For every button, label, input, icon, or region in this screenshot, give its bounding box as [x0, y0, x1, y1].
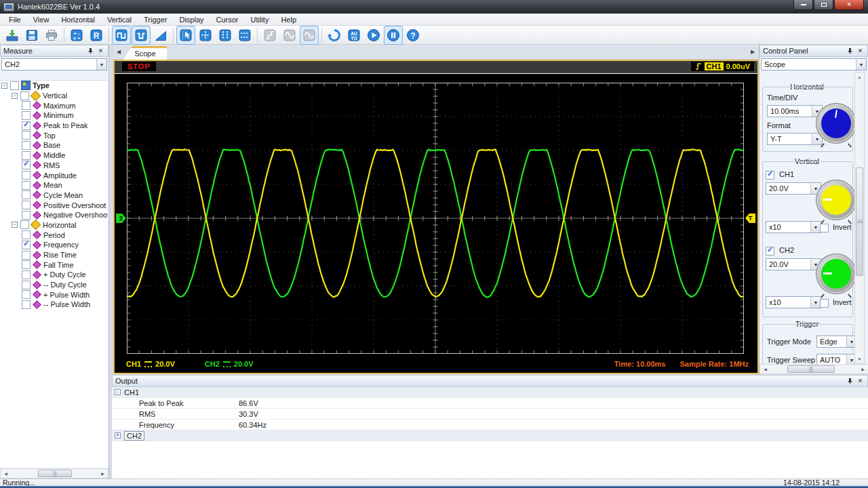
scroll-up-icon[interactable]: ▲: [854, 73, 865, 81]
tree-checkbox[interactable]: [22, 161, 31, 169]
panel-mode-select[interactable]: Scope ▼: [761, 58, 867, 70]
print-button[interactable]: [42, 26, 61, 45]
output-group-ch1[interactable]: -CH1: [112, 387, 868, 398]
close-button[interactable]: ✕: [834, 0, 864, 10]
tab-scroll-right-icon[interactable]: ▶: [749, 47, 757, 57]
ch1-enable-checkbox[interactable]: [766, 171, 774, 180]
tree-item-period[interactable]: Period: [0, 230, 108, 240]
tree-item-middle[interactable]: Middle: [0, 150, 108, 161]
scroll-left-icon[interactable]: ◀: [760, 365, 770, 373]
tree-item-cycle-mean[interactable]: Cycle Mean: [0, 190, 108, 201]
time-div-select[interactable]: 10.00ms▼: [767, 105, 823, 117]
tree-item-top[interactable]: Top: [0, 130, 108, 140]
ch2-scale-select[interactable]: 20.0V▼: [766, 258, 821, 270]
output-row-peak-to-peak[interactable]: Peak to Peak86.6V: [112, 398, 868, 409]
sine-wave-2-button[interactable]: [300, 26, 319, 45]
horizontal-cursor-button[interactable]: [235, 26, 254, 45]
close-icon[interactable]: ✕: [856, 377, 865, 386]
menu-view[interactable]: View: [27, 14, 56, 25]
tree-checkbox[interactable]: [20, 220, 29, 229]
tree-item-rms[interactable]: RMS: [0, 161, 108, 171]
start-button[interactable]: [364, 26, 383, 45]
tree-item--duty-cycle[interactable]: + Duty Cycle: [0, 270, 108, 280]
pin-icon[interactable]: [85, 47, 94, 56]
close-icon[interactable]: ✕: [96, 47, 105, 56]
collapse-icon[interactable]: -: [12, 93, 18, 99]
tab-scroll-left-icon[interactable]: ◀: [115, 47, 123, 57]
ch2-display-button[interactable]: [132, 26, 151, 45]
tree-checkbox[interactable]: [22, 251, 31, 260]
pin-icon[interactable]: [845, 377, 854, 386]
ch1-invert-row[interactable]: Invert: [820, 223, 852, 232]
ch1-display-button[interactable]: [112, 26, 131, 45]
output-row-frequency[interactable]: Frequency60.34Hz: [112, 420, 868, 430]
ch2-ground-marker[interactable]: 2: [116, 214, 126, 223]
tree-item--duty-cycle[interactable]: -- Duty Cycle: [0, 280, 108, 290]
tree-item--pulse-width[interactable]: -- Pulse Width: [0, 300, 108, 310]
tree-checkbox[interactable]: [22, 230, 31, 239]
tree-item-peak-to-peak[interactable]: Peak to Peak: [0, 121, 108, 131]
ch1-invert-checkbox[interactable]: [820, 224, 829, 232]
maximize-button[interactable]: [814, 0, 833, 10]
ch2-position-knob[interactable]: [818, 256, 854, 292]
measure-horizontal-scrollbar[interactable]: ◀ ▶: [0, 468, 108, 479]
control-vertical-scrollbar[interactable]: ▲ ▼: [854, 72, 865, 364]
scroll-right-icon[interactable]: ▶: [98, 469, 108, 478]
menu-file[interactable]: File: [3, 14, 27, 25]
tree-checkbox[interactable]: [22, 171, 31, 180]
menu-horizontal[interactable]: Horizontal: [55, 14, 101, 25]
tree-checkbox[interactable]: [10, 81, 19, 90]
menu-cursor[interactable]: Cursor: [210, 14, 245, 25]
tree-item-type[interactable]: -Type: [0, 81, 108, 91]
tree-checkbox[interactable]: [22, 121, 31, 130]
tree-checkbox[interactable]: [22, 201, 31, 209]
tree-item-positive-overshoot[interactable]: Positive Overshoot: [0, 200, 108, 210]
trigger-mode-select[interactable]: Edge▼: [816, 336, 857, 348]
tree-item-horizontal[interactable]: -Horizontal: [0, 220, 108, 230]
ch2-invert-checkbox[interactable]: [820, 299, 829, 308]
acquisition-status[interactable]: STOP: [122, 62, 156, 71]
format-select[interactable]: Y-T▼: [767, 133, 823, 145]
math-button[interactable]: + -× ÷: [67, 26, 86, 45]
close-icon[interactable]: ✕: [856, 47, 865, 56]
help-button[interactable]: ?: [403, 26, 422, 45]
ch1-scale-select[interactable]: 20.0V▼: [766, 182, 821, 195]
tree-item--pulse-width[interactable]: + Pulse Width: [0, 289, 108, 300]
tree-checkbox[interactable]: [22, 111, 31, 120]
cursor-select-button[interactable]: [176, 26, 195, 45]
sine-wave-button[interactable]: [280, 26, 299, 45]
tree-checkbox[interactable]: [22, 151, 31, 160]
tree-checkbox[interactable]: [22, 131, 31, 140]
reference-button[interactable]: R: [87, 26, 106, 45]
tree-item-rise-time[interactable]: Rise Time: [0, 250, 108, 260]
tree-checkbox[interactable]: [22, 211, 31, 220]
pin-icon[interactable]: [845, 47, 854, 56]
menu-vertical[interactable]: Vertical: [101, 14, 138, 25]
minimize-button[interactable]: [793, 0, 813, 10]
output-group-ch2[interactable]: +CH2: [112, 430, 868, 441]
tree-item-base[interactable]: Base: [0, 140, 108, 150]
scrollbar-thumb[interactable]: [856, 167, 863, 276]
tree-item-vertical[interactable]: -Vertical: [0, 91, 108, 101]
tree-item-mean[interactable]: Mean: [0, 180, 108, 190]
tree-checkbox[interactable]: [20, 92, 29, 100]
ch1-position-knob[interactable]: [818, 182, 854, 218]
tree-checkbox[interactable]: [22, 141, 31, 150]
collapse-icon[interactable]: -: [115, 389, 121, 395]
output-row-rms[interactable]: RMS30.3V: [112, 409, 868, 420]
auto-set-button[interactable]: AUTO: [344, 26, 363, 45]
scrollbar-thumb[interactable]: [38, 470, 72, 477]
ramp-button[interactable]: [151, 26, 170, 45]
ch1-enable-row[interactable]: CH1: [766, 170, 794, 180]
horizontal-position-knob[interactable]: [818, 105, 854, 142]
tree-item-maximum[interactable]: Maximum: [0, 100, 108, 110]
tree-checkbox[interactable]: [22, 290, 31, 299]
refresh-button[interactable]: [325, 26, 344, 45]
tree-item-frequency[interactable]: Frequency: [0, 240, 108, 250]
ch1-probe-select[interactable]: x10▼: [766, 221, 821, 233]
tree-checkbox[interactable]: [22, 260, 31, 269]
tree-checkbox[interactable]: [22, 101, 31, 110]
tree-checkbox[interactable]: [22, 181, 31, 190]
collapse-icon[interactable]: -: [1, 83, 7, 89]
measure-channel-select[interactable]: CH2 ▼: [1, 58, 107, 70]
